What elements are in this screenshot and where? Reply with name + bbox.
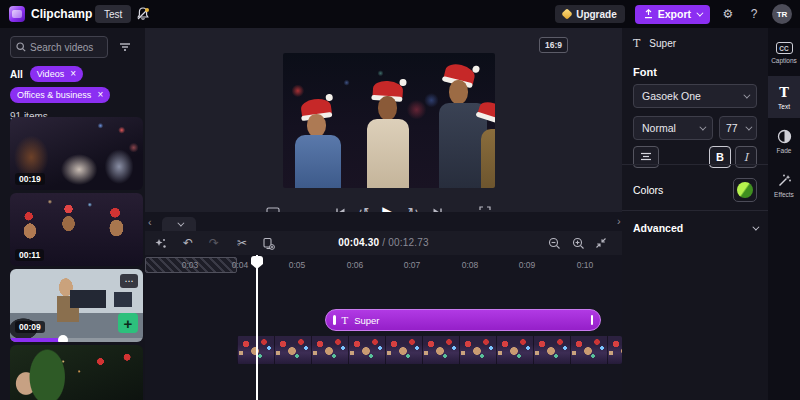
filter-all-option[interactable]: All bbox=[10, 69, 23, 80]
effects-wand-icon bbox=[777, 173, 792, 188]
text-clip-icon: T bbox=[342, 315, 349, 326]
font-size-value: 77 bbox=[726, 122, 738, 134]
chip-label: Offices & business bbox=[17, 90, 91, 100]
top-bar: Clipchamp Test Upgrade Export ⚙ ? TR bbox=[0, 0, 800, 28]
trim-handle-left[interactable] bbox=[333, 315, 336, 325]
chevron-down-icon bbox=[177, 219, 184, 226]
advanced-section-toggle[interactable]: Advanced bbox=[633, 222, 757, 234]
project-title-button[interactable]: Test bbox=[95, 5, 131, 23]
align-center-icon bbox=[640, 152, 652, 162]
font-family-select[interactable]: Gasoek One bbox=[633, 84, 757, 108]
timeline-tab[interactable] bbox=[162, 217, 196, 231]
green-color-swatch bbox=[737, 182, 753, 198]
video-thumbnail[interactable]: 00:11 bbox=[10, 193, 143, 266]
text-tool-icon: T bbox=[779, 85, 789, 100]
rail-item-label: Fade bbox=[777, 147, 792, 154]
more-options-icon[interactable]: ⋯ bbox=[120, 274, 138, 288]
tab-effects[interactable]: Effects bbox=[768, 164, 800, 206]
tab-fade[interactable]: Fade bbox=[768, 120, 800, 162]
settings-icon[interactable]: ⚙ bbox=[720, 7, 736, 21]
ruler-label: 0:07 bbox=[404, 260, 421, 270]
aspect-ratio-badge[interactable]: 16:9 bbox=[539, 37, 568, 53]
zoom-out-icon[interactable] bbox=[545, 235, 563, 251]
tools-rail: CC Captions T Text Fade Effects bbox=[768, 28, 800, 400]
chevron-down-icon bbox=[743, 91, 750, 98]
ruler-label: 0:06 bbox=[347, 260, 364, 270]
chevron-down-icon bbox=[699, 123, 706, 130]
chip-label: Videos bbox=[37, 69, 64, 79]
zoom-to-fit-icon[interactable] bbox=[592, 235, 610, 251]
search-input[interactable] bbox=[30, 42, 102, 53]
search-icon bbox=[16, 42, 26, 52]
ruler-label: 0:03 bbox=[182, 260, 199, 270]
collapse-left-icon[interactable]: ‹ bbox=[148, 216, 152, 228]
chevron-down-icon bbox=[696, 9, 703, 16]
ruler-label: 0:04 bbox=[232, 260, 249, 270]
captions-icon: CC bbox=[776, 42, 793, 54]
notifications-muted-icon[interactable] bbox=[135, 6, 151, 22]
export-icon bbox=[644, 9, 653, 19]
video-preview[interactable] bbox=[283, 53, 495, 188]
text-clip-label: Super bbox=[354, 315, 379, 326]
close-icon[interactable]: × bbox=[97, 92, 103, 98]
timeline-ruler[interactable]: 0:03 0:04 0:05 0:06 0:07 0:08 0:09 0:10 bbox=[145, 255, 622, 277]
text-item-icon: T bbox=[633, 37, 640, 50]
duration-badge: 00:11 bbox=[15, 249, 44, 261]
font-weight-value: Normal bbox=[642, 122, 676, 134]
playhead[interactable] bbox=[256, 255, 258, 400]
video-thumbnail[interactable] bbox=[10, 345, 143, 400]
font-size-select[interactable]: 77 bbox=[719, 116, 757, 140]
timeline: ‹ › ↶ ↷ ✂ 00:04.30 / 00:12.73 bbox=[145, 212, 622, 400]
help-icon[interactable]: ? bbox=[746, 7, 762, 21]
media-sidebar: All Videos × Offices & business × 91 ite… bbox=[0, 28, 145, 400]
panel-header-title: Super bbox=[649, 38, 676, 49]
timeline-tracks: T Super bbox=[145, 277, 622, 400]
add-to-timeline-icon[interactable]: + bbox=[118, 313, 138, 333]
user-avatar[interactable]: TR bbox=[772, 4, 792, 24]
font-weight-select[interactable]: Normal bbox=[633, 116, 713, 140]
zoom-in-icon[interactable] bbox=[569, 235, 587, 251]
filter-button[interactable] bbox=[114, 36, 135, 58]
timeline-toolbar: ↶ ↷ ✂ 00:04.30 / 00:12.73 bbox=[145, 231, 622, 255]
color-swatch-button[interactable] bbox=[733, 178, 757, 202]
preview-area: 16:9 bbox=[145, 28, 622, 212]
filter-chip-videos[interactable]: Videos × bbox=[30, 66, 83, 82]
search-box[interactable] bbox=[10, 36, 108, 58]
total-time: 00:12.73 bbox=[388, 237, 429, 248]
rail-item-label: Effects bbox=[774, 191, 794, 198]
upgrade-button[interactable]: Upgrade bbox=[555, 5, 625, 23]
tab-text[interactable]: T Text bbox=[768, 76, 800, 118]
ruler-label: 0:08 bbox=[462, 260, 479, 270]
scrubber-knob[interactable] bbox=[58, 335, 68, 342]
tab-captions[interactable]: CC Captions bbox=[768, 32, 800, 74]
colors-label: Colors bbox=[633, 184, 663, 196]
video-clip[interactable] bbox=[237, 336, 622, 364]
filter-icon bbox=[119, 42, 131, 52]
close-icon[interactable]: × bbox=[70, 71, 76, 77]
rail-item-label: Text bbox=[778, 103, 790, 110]
fade-icon bbox=[777, 129, 792, 144]
video-thumbnail[interactable]: 00:09 ⋯ + bbox=[10, 269, 143, 342]
text-clip[interactable]: T Super bbox=[325, 309, 601, 331]
font-family-value: Gasoek One bbox=[642, 90, 701, 102]
upgrade-label: Upgrade bbox=[576, 9, 617, 20]
trim-handle-right[interactable] bbox=[591, 315, 594, 325]
preview-scrubber[interactable] bbox=[10, 338, 143, 342]
text-properties-panel: T Super Font Gasoek One Normal 77 B I Co… bbox=[622, 28, 768, 400]
export-button[interactable]: Export bbox=[635, 5, 710, 24]
time-separator: / bbox=[379, 237, 388, 248]
filter-chip-offices[interactable]: Offices & business × bbox=[10, 87, 110, 103]
export-label: Export bbox=[658, 8, 691, 20]
ruler-label: 0:10 bbox=[577, 260, 594, 270]
clipchamp-logo-icon[interactable] bbox=[9, 6, 25, 22]
video-thumbnail[interactable]: 00:19 bbox=[10, 117, 143, 190]
current-time: 00:04.30 bbox=[338, 237, 379, 248]
expand-right-icon[interactable]: › bbox=[617, 215, 621, 227]
ruler-label: 0:05 bbox=[289, 260, 306, 270]
duration-badge: 00:09 bbox=[15, 321, 45, 333]
duration-badge: 00:19 bbox=[15, 173, 45, 185]
advanced-label: Advanced bbox=[633, 222, 683, 234]
chevron-down-icon bbox=[752, 223, 759, 230]
app-title: Clipchamp bbox=[31, 7, 92, 21]
chevron-down-icon bbox=[745, 123, 752, 130]
